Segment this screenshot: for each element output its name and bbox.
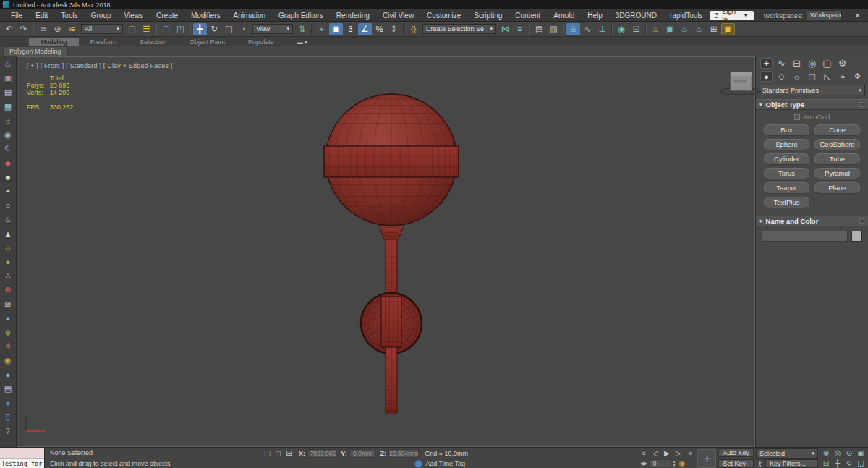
select-and-scale-icon[interactable]: ◱ [222, 23, 236, 35]
reference-coordinate-dropdown[interactable]: View ▾ [252, 24, 293, 34]
rail-teapot-icon[interactable]: ♨ [1, 57, 14, 72]
menu-item[interactable]: Scripting [467, 12, 509, 20]
rail-particles-icon[interactable]: ∴ [1, 269, 14, 284]
menu-item[interactable]: Views [118, 12, 150, 20]
go-to-start-button[interactable]: « [638, 448, 649, 458]
menu-item[interactable]: Modifiers [184, 12, 227, 20]
geosphere-button[interactable]: GeoSphere [814, 139, 860, 150]
plane-button[interactable]: Plane [814, 182, 860, 194]
lamp-object[interactable] [324, 94, 459, 414]
isolate-selection-toggle-icon[interactable]: ▢ [262, 448, 273, 458]
menu-item[interactable]: Rendering [330, 12, 376, 20]
object-name-input[interactable] [762, 231, 848, 242]
key-mode-toggle-icon[interactable]: ◉ [676, 459, 687, 468]
zoom-extents-icon[interactable]: ⊙ [843, 448, 855, 458]
menu-item[interactable]: Customize [420, 12, 467, 20]
undo-icon[interactable]: ↶ [2, 23, 16, 35]
rail-box-icon[interactable]: ■ [1, 170, 14, 184]
close-icon[interactable]: ✕ [852, 12, 864, 20]
ribbon-tab-populate[interactable]: Populate [237, 38, 286, 46]
rail-sphere-select-icon[interactable]: ● [1, 396, 14, 410]
schematic-view-icon[interactable]: ⊥ [595, 23, 609, 35]
textplus-button[interactable]: TextPlus [764, 197, 809, 208]
ribbon-tab-freeform[interactable]: Freeform [79, 38, 129, 46]
ribbon-tab-selection[interactable]: Selection [128, 38, 178, 46]
angle-snap-icon[interactable]: ∠ [358, 23, 372, 35]
align-icon[interactable]: ≡ [513, 23, 527, 35]
rail-sphere-blue-icon[interactable]: ● [1, 367, 14, 382]
custom-render-icon[interactable]: ▣ [721, 23, 735, 35]
listener-macro-line[interactable] [0, 448, 44, 459]
set-keys-button[interactable]: ＋ [697, 449, 716, 468]
rail-coin-icon[interactable]: ◉ [1, 354, 14, 368]
menu-item[interactable]: Graph Editors [272, 12, 330, 20]
select-and-move-icon[interactable]: ╋ [193, 23, 207, 35]
rail-document-icon[interactable]: ▯ [1, 410, 14, 425]
current-frame-field[interactable]: 0 [650, 459, 671, 467]
zoom-all-icon[interactable]: ◎ [832, 448, 843, 458]
rail-help-icon[interactable]: ? [1, 424, 14, 438]
viewport-label[interactable]: [ + ] [ Front ] [ Standard ] [ Clay + Ed… [27, 62, 173, 69]
y-coordinate-field[interactable]: 0,0mm [349, 449, 376, 458]
selection-filter-dropdown[interactable]: All ▾ [81, 24, 123, 34]
select-object-icon[interactable]: ▢ [125, 23, 139, 35]
rail-package-icon[interactable]: ⊠ [1, 297, 14, 312]
named-selection-sets-dropdown[interactable]: Create Selection Se ▾ [422, 24, 496, 34]
ribbon-toggle-icon[interactable]: ⊞ [566, 23, 580, 35]
menu-item[interactable]: 3DGROUND [609, 12, 663, 20]
snap-3d-icon[interactable]: 3 [344, 23, 357, 35]
render-iterative-icon[interactable]: ♨ [692, 23, 706, 35]
zoom-extents-all-icon[interactable]: ▣ [855, 448, 867, 458]
zoom-region-icon[interactable]: ⊡ [820, 459, 832, 468]
rail-grass-icon[interactable]: ψ [1, 326, 14, 340]
display-tab-icon[interactable]: ▢ [821, 58, 833, 69]
rail-list-icon[interactable]: ▤ [1, 85, 14, 100]
space-warps-category-icon[interactable]: ≈ [836, 71, 848, 82]
play-button[interactable]: ▶ [661, 448, 672, 458]
menu-item[interactable]: rapidTools [663, 12, 710, 20]
ribbon-tab-modeling[interactable]: Modeling [29, 38, 79, 46]
viewport-canvas[interactable]: FRONT [17, 57, 765, 446]
rail-animal-icon[interactable]: ✳ [1, 339, 14, 354]
pyramid-button[interactable]: Pyramid [814, 168, 860, 179]
frame-spinner[interactable]: ▲▼ [672, 460, 676, 467]
rectangular-selection-icon[interactable]: ▢ [159, 23, 173, 35]
x-coordinate-field[interactable]: -7893,985 [307, 449, 336, 458]
go-to-end-button[interactable]: » [684, 448, 695, 458]
material-editor-icon[interactable]: ◉ [615, 23, 629, 35]
cylinder-button[interactable]: Cylinder [764, 153, 809, 165]
sphere-button[interactable]: Sphere [764, 139, 809, 150]
bind-to-space-warp-icon[interactable]: ≋ [65, 23, 79, 35]
primitive-category-dropdown[interactable]: Standard Primitives ▾ [759, 85, 865, 95]
curve-editor-icon[interactable]: ∿ [581, 23, 595, 35]
add-time-tag-button[interactable]: Add Time Tag [425, 460, 465, 467]
motion-tab-icon[interactable]: ◎ [806, 58, 818, 69]
edit-named-selection-sets-icon[interactable]: {} [407, 23, 420, 35]
teapot-button[interactable]: Teapot [764, 182, 809, 194]
a360-gallery-icon[interactable]: ⊞ [707, 23, 720, 35]
autogrid-checkbox[interactable] [794, 114, 800, 120]
render-production-icon[interactable]: ♨ [678, 23, 692, 35]
snaps-toggle-icon[interactable]: ▣ [329, 23, 343, 35]
utilities-tab-icon[interactable]: ⚙ [836, 58, 848, 69]
object-color-swatch[interactable] [851, 231, 862, 242]
rail-molecule-icon[interactable]: ⊛ [1, 283, 14, 297]
rail-clipboard-icon[interactable]: ▤ [1, 382, 14, 396]
sign-in-button[interactable]: Sign In ▼ [710, 11, 754, 20]
key-step-icon[interactable]: ◀▶ [638, 459, 649, 468]
menu-item[interactable]: Animation [227, 12, 272, 20]
set-key-filter-icon[interactable]: ⚷ [756, 459, 764, 468]
set-key-button[interactable]: Set Key [718, 459, 754, 468]
workspace-dropdown[interactable]: Workspace_1 ▾ [807, 10, 841, 20]
lights-category-icon[interactable]: ☼ [791, 71, 803, 82]
hierarchy-tab-icon[interactable]: ⊟ [791, 58, 803, 69]
rail-circle-icon[interactable]: ○ [1, 198, 14, 213]
percent-snap-icon[interactable]: % [373, 23, 386, 35]
viewport[interactable]: FRONT [ + ] [ Front ] [ Standard ] [ Cla… [17, 56, 755, 447]
select-and-place-icon[interactable]: ◔ [237, 23, 250, 35]
cameras-category-icon[interactable]: ◫ [806, 71, 818, 82]
rail-image-icon[interactable]: ▣ [1, 72, 14, 86]
select-by-name-icon[interactable]: ☰ [140, 23, 153, 35]
rendered-frame-window-icon[interactable]: ▣ [663, 23, 677, 35]
systems-category-icon[interactable]: ⚙ [851, 71, 864, 82]
